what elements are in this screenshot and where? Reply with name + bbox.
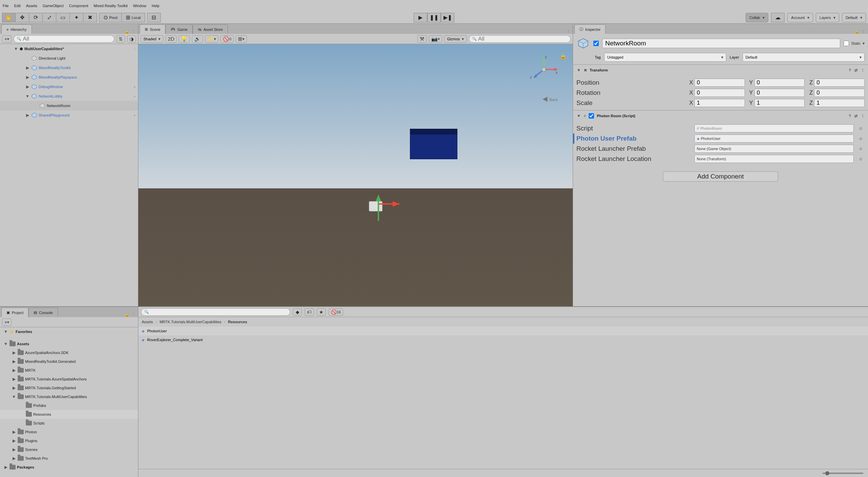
scene-tab[interactable]: ⊞Scene	[140, 24, 165, 34]
preset-icon[interactable]: ⇄	[854, 68, 857, 72]
hierarchy-item[interactable]: ▼NetworkLobby›	[0, 91, 138, 101]
asset-item[interactable]: ◈PhotonUser	[138, 327, 868, 335]
project-tree-item[interactable]: ▶Plugins	[0, 436, 138, 445]
lock-icon[interactable]: 🔒	[855, 29, 860, 34]
persp-lock-icon[interactable]: 🔒	[560, 53, 567, 59]
fold-icon[interactable]: ▼	[576, 68, 581, 72]
hierarchy-tab[interactable]: ≡ Hierarchy	[1, 24, 32, 34]
project-search[interactable]	[150, 309, 287, 315]
save-search[interactable]: ★	[317, 308, 326, 316]
user-prefab-field[interactable]: ◈PhotonUser	[694, 134, 854, 143]
more-icon[interactable]: ⋮	[862, 29, 865, 34]
hierarchy-search[interactable]	[23, 36, 111, 42]
hierarchy-item[interactable]: ▶SharedPlayground›	[0, 110, 138, 120]
hierarchy-filter[interactable]: ◑	[127, 35, 136, 43]
assets-row[interactable]: ▼ Assets	[0, 339, 138, 348]
project-tree-item[interactable]: Scripts	[0, 419, 138, 428]
orientation-gizmo[interactable]: y x z	[529, 54, 559, 85]
lock-icon[interactable]: 🔒	[125, 29, 130, 34]
rl-loc-field[interactable]: None (Transform)	[694, 155, 854, 163]
project-tree-item[interactable]: ▶Scenes	[0, 445, 138, 454]
hand-tool[interactable]: ✋	[2, 13, 16, 22]
vec-y[interactable]: 0	[754, 89, 805, 97]
hierarchy-item[interactable]: ▶MixedRealityToolkit	[0, 63, 138, 72]
thumbnail-size-slider[interactable]	[823, 473, 863, 474]
vec-x[interactable]: 0	[694, 79, 745, 87]
gameobject-active-checkbox[interactable]	[593, 41, 599, 46]
project-tree-item[interactable]: ▶MRTK.Tutorials.AzureSpatialAnchors	[0, 375, 138, 383]
step-button[interactable]: ▶❚	[441, 13, 454, 22]
pivot-toggle[interactable]: ⊙Pivot	[99, 13, 122, 22]
filter-by-type[interactable]: ◆	[293, 308, 302, 316]
gizmos-dropdown[interactable]: Gizmos▾	[444, 35, 467, 43]
vec-z[interactable]: 1	[814, 99, 865, 107]
filter-by-label[interactable]: 🏷	[304, 308, 314, 316]
more-icon[interactable]: ⋮	[861, 114, 865, 118]
menu-edit[interactable]: Edit	[14, 4, 21, 8]
grid-toggle[interactable]: ⊞▾	[236, 35, 247, 43]
hidden-toggle[interactable]: 🚫0	[220, 35, 234, 43]
maximize-icon[interactable]: ⋮	[566, 29, 570, 34]
project-tree-item[interactable]: ▼MRTK.Tutorials.MultiUserCapabilities	[0, 392, 138, 401]
pause-button[interactable]: ❚❚	[427, 13, 441, 22]
hierarchy-item[interactable]: NetworkRoom	[0, 101, 138, 110]
favorites-row[interactable]: ▼★ Favorites	[0, 327, 138, 336]
project-tree-item[interactable]: ▶TextMesh Pro	[0, 454, 138, 463]
play-button[interactable]: ▶	[414, 13, 427, 22]
game-tab[interactable]: 🎮Game	[165, 24, 193, 34]
2d-toggle[interactable]: 2D	[165, 35, 177, 43]
move-x-handle[interactable]	[393, 201, 399, 207]
tools-toggle[interactable]: ⚒	[417, 35, 427, 43]
help-icon[interactable]: ?	[849, 114, 851, 118]
camera-gizmo[interactable]	[369, 201, 382, 211]
rl-prefab-field[interactable]: None (Game Object)	[694, 145, 854, 153]
object-picker[interactable]: ⊙	[856, 126, 865, 131]
rect-tool[interactable]: ▭	[56, 13, 70, 22]
component-enabled-checkbox[interactable]	[589, 113, 594, 119]
project-tree-item[interactable]: ▶MixedRealityToolkit.Generated	[0, 357, 138, 366]
more-icon[interactable]: ⋮	[132, 313, 135, 317]
menu-file[interactable]: File	[3, 4, 9, 8]
lighting-toggle[interactable]: 💡	[179, 35, 190, 43]
console-tab[interactable]: ▤Console	[28, 308, 58, 317]
object-picker[interactable]: ⊙	[856, 157, 865, 161]
inspector-tab[interactable]: ⓘInspector	[574, 24, 606, 34]
asset-store-tab[interactable]: 🛍Asset Store	[193, 24, 228, 34]
vec-z[interactable]: 0	[814, 79, 865, 87]
snap-toggle[interactable]: ⊟	[147, 13, 161, 22]
audio-toggle[interactable]: 🔊	[192, 35, 203, 43]
hierarchy-item[interactable]: ▶DebugWindow›	[0, 82, 138, 91]
local-toggle[interactable]: ⊞Local	[122, 13, 145, 22]
menu-component[interactable]: Component	[69, 4, 88, 8]
camera-toggle[interactable]: 📷▾	[429, 35, 442, 43]
lock-icon[interactable]: 🔒	[125, 313, 130, 317]
help-icon[interactable]: ?	[849, 68, 851, 72]
object-picker[interactable]: ⊙	[856, 137, 865, 141]
vec-x[interactable]: 0	[694, 89, 745, 97]
breadcrumb-item[interactable]: MRTK.Tutorials.MultiUserCapabilities	[160, 320, 221, 324]
menu-gameobject[interactable]: GameObject	[43, 4, 64, 8]
hierarchy-item[interactable]: Directional Light	[0, 54, 138, 63]
menu-window[interactable]: Window	[133, 4, 146, 8]
vec-y[interactable]: 0	[754, 79, 805, 87]
gameobject-name-field[interactable]: NetworkRoom	[602, 39, 840, 48]
create-dropdown[interactable]: + ▾	[2, 318, 12, 326]
fold-icon[interactable]: ▼	[576, 113, 581, 118]
create-dropdown[interactable]: + ▾	[2, 35, 12, 43]
vec-y[interactable]: 1	[754, 99, 805, 107]
project-tree-item[interactable]: ▶Photon	[0, 428, 138, 436]
project-tree-item[interactable]: ▶MRTK	[0, 366, 138, 375]
menu-mrtk[interactable]: Mixed Reality Toolkit	[94, 4, 127, 8]
more-icon[interactable]: ⋮	[861, 68, 865, 72]
object-picker[interactable]: ⊙	[856, 147, 865, 151]
menu-assets[interactable]: Assets	[26, 4, 37, 8]
move-tool[interactable]: ✥	[16, 13, 29, 22]
layout-dropdown[interactable]: Default▾	[842, 13, 866, 22]
static-dropdown[interactable]: ▾	[863, 41, 865, 46]
vec-x[interactable]: 1	[694, 99, 745, 107]
breadcrumb-item[interactable]: Assets	[142, 320, 153, 324]
vec-z[interactable]: 0	[814, 89, 865, 97]
rotate-tool[interactable]: ⟳	[29, 13, 43, 22]
project-tree-item[interactable]: ▶AzureSpatialAnchors.SDK	[0, 348, 138, 357]
project-tree-item[interactable]: Prefabs	[0, 401, 138, 410]
